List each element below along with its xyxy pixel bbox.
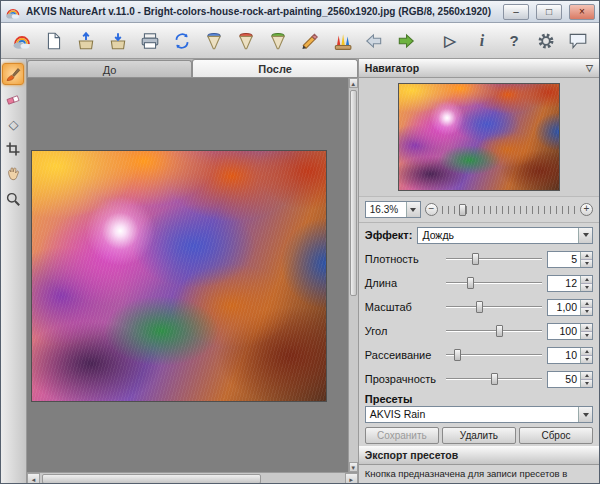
- angle-slider[interactable]: [446, 325, 542, 337]
- spin-down-button[interactable]: [581, 260, 592, 267]
- zoom-slider-thumb[interactable]: [459, 204, 466, 216]
- effect-label: Эффект:: [365, 229, 413, 241]
- vertical-scrollbar[interactable]: ▲ ▼: [348, 78, 358, 472]
- spin-down-button[interactable]: [581, 380, 592, 387]
- hand-tool[interactable]: [2, 163, 24, 185]
- spin-down-button[interactable]: [581, 284, 592, 291]
- zoom-dropdown-button[interactable]: [406, 202, 420, 217]
- scale-value[interactable]: 1,00: [548, 300, 580, 315]
- minimize-button[interactable]: –: [503, 4, 529, 20]
- import-preset-button[interactable]: [201, 28, 227, 54]
- effect-parameters: Плотность 5 Длина 12 Масшт: [359, 247, 599, 391]
- effect-dropdown-button[interactable]: [578, 228, 592, 243]
- titlebar: AKVIS NatureArt v.11.0 - Bright-colors-h…: [1, 1, 599, 23]
- delete-preset-button[interactable]: Удалить: [442, 427, 516, 444]
- angle-spinbox[interactable]: 100: [547, 323, 593, 340]
- spin-up-button[interactable]: [581, 300, 592, 308]
- effect-row: Эффект: Дождь: [359, 223, 599, 247]
- spin-down-button[interactable]: [581, 308, 592, 315]
- funnel-green-icon: [268, 31, 288, 51]
- zoom-out-button[interactable]: −: [425, 203, 438, 216]
- crystal-tool[interactable]: ◇: [2, 113, 24, 135]
- save-preset-button[interactable]: Сохранить: [365, 427, 439, 444]
- export-presets-header: Экспорт пресетов: [359, 446, 599, 465]
- new-image-button[interactable]: [41, 28, 67, 54]
- canvas-area[interactable]: ▲ ▼: [27, 78, 358, 472]
- spin-up-button[interactable]: [581, 348, 592, 356]
- spin-up-button[interactable]: [581, 252, 592, 260]
- density-slider[interactable]: [446, 253, 542, 265]
- spin-up-button[interactable]: [581, 276, 592, 284]
- info-icon: i: [480, 33, 484, 49]
- preset-dropdown-button[interactable]: [578, 407, 592, 422]
- scroll-down-button[interactable]: ▼: [349, 462, 358, 472]
- transparency-slider[interactable]: [446, 373, 542, 385]
- print-button[interactable]: [137, 28, 163, 54]
- tab-before[interactable]: До: [27, 60, 192, 77]
- scale-label: Масштаб: [365, 301, 441, 313]
- redo-button[interactable]: [393, 28, 419, 54]
- hand-icon: [5, 166, 21, 182]
- effect-select[interactable]: Дождь: [417, 227, 593, 244]
- zoom-tool[interactable]: [2, 188, 24, 210]
- crop-tool[interactable]: [2, 138, 24, 160]
- feedback-button[interactable]: [565, 28, 591, 54]
- spin-up-button[interactable]: [581, 372, 592, 380]
- open-image-button[interactable]: [73, 28, 99, 54]
- spin-down-button[interactable]: [581, 332, 592, 339]
- export-preset-button[interactable]: [233, 28, 259, 54]
- scroll-up-button[interactable]: ▲: [349, 78, 358, 88]
- workspace: До После ▲ ▼ ◄ ►: [27, 59, 358, 484]
- scattering-value[interactable]: 10: [548, 348, 580, 363]
- length-spinbox[interactable]: 12: [547, 275, 593, 292]
- open-file-icon: [76, 31, 96, 51]
- effect-brush-tool[interactable]: [2, 63, 24, 85]
- scattering-spinbox[interactable]: 10: [547, 347, 593, 364]
- eraser-tool[interactable]: [2, 88, 24, 110]
- settings-button[interactable]: [533, 28, 559, 54]
- save-image-button[interactable]: [105, 28, 131, 54]
- main-toolbar: ▷ i ?: [1, 23, 599, 59]
- scale-spinbox[interactable]: 1,00: [547, 299, 593, 316]
- scale-slider[interactable]: [446, 301, 542, 313]
- zoom-in-button[interactable]: +: [580, 203, 593, 216]
- image-preview[interactable]: [31, 150, 327, 402]
- preset-select[interactable]: AKVIS Rain: [365, 406, 593, 423]
- transparency-spinbox[interactable]: 50: [547, 371, 593, 388]
- edit-button[interactable]: [297, 28, 323, 54]
- collapse-icon[interactable]: ▽: [586, 63, 593, 73]
- param-row-density: Плотность 5: [365, 247, 593, 271]
- h-scroll-thumb[interactable]: [42, 474, 262, 484]
- transparency-value[interactable]: 50: [548, 372, 580, 387]
- undo-button[interactable]: [361, 28, 387, 54]
- navigator-thumbnail[interactable]: [398, 83, 560, 191]
- density-value[interactable]: 5: [548, 252, 580, 267]
- zoom-level-select[interactable]: 16.3%: [365, 201, 421, 218]
- scroll-right-button[interactable]: ►: [345, 473, 358, 484]
- density-spinbox[interactable]: 5: [547, 251, 593, 268]
- spin-down-button[interactable]: [581, 356, 592, 363]
- scattering-slider[interactable]: [446, 349, 542, 361]
- batch-processing-button[interactable]: [265, 28, 291, 54]
- magnifier-icon: [5, 191, 21, 207]
- reset-preset-button[interactable]: Сброс: [519, 427, 593, 444]
- angle-value[interactable]: 100: [548, 324, 580, 339]
- run-button[interactable]: ▷: [437, 28, 463, 54]
- akvis-logo-button[interactable]: [9, 28, 35, 54]
- spin-up-button[interactable]: [581, 324, 592, 332]
- close-button[interactable]: ×: [569, 4, 595, 20]
- app-logo-icon: [5, 4, 21, 20]
- zoom-slider[interactable]: [442, 204, 576, 216]
- length-slider[interactable]: [446, 277, 542, 289]
- share-button[interactable]: [169, 28, 195, 54]
- tab-after[interactable]: После: [192, 59, 357, 77]
- length-value[interactable]: 12: [548, 276, 580, 291]
- scroll-left-button[interactable]: ◄: [27, 473, 40, 484]
- color-pencils-button[interactable]: [329, 28, 355, 54]
- v-scroll-thumb[interactable]: [350, 90, 357, 296]
- maximize-button[interactable]: □: [536, 4, 562, 20]
- help-button[interactable]: ?: [501, 28, 527, 54]
- horizontal-scrollbar[interactable]: ◄ ►: [27, 472, 358, 484]
- chevron-down-icon: [410, 208, 416, 212]
- about-button[interactable]: i: [469, 28, 495, 54]
